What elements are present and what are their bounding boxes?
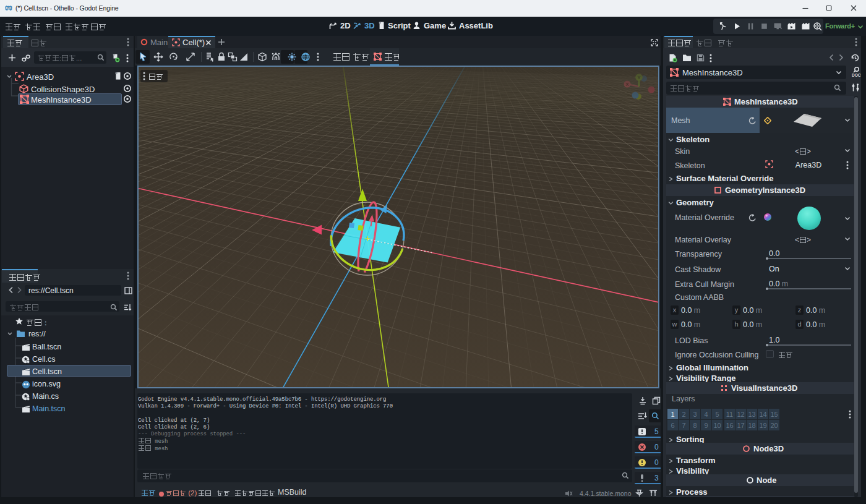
svg-text:DOC: DOC (852, 73, 861, 77)
